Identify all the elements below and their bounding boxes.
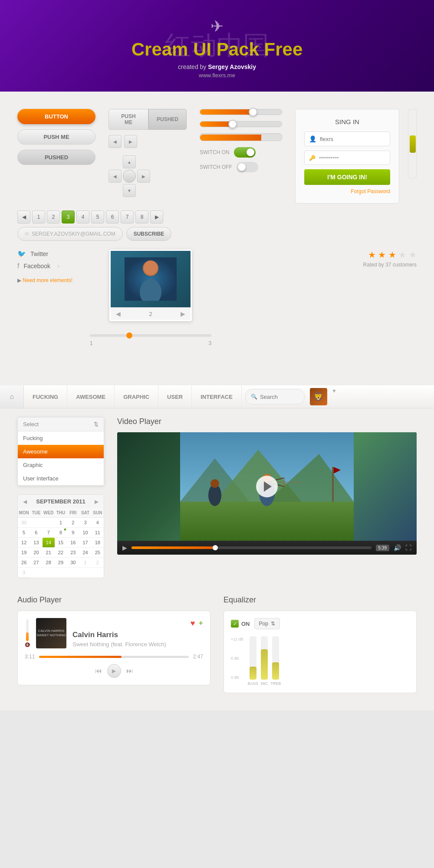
cal-day-26[interactable]: 26: [18, 558, 30, 568]
eq-bass-track[interactable]: [250, 636, 256, 680]
button-orange[interactable]: BUTTON: [17, 109, 95, 124]
password-input[interactable]: [319, 155, 385, 161]
audio-volume[interactable]: 🔇: [25, 619, 30, 647]
push-me-tab[interactable]: PUSH ME: [108, 109, 148, 130]
cal-day-17[interactable]: 17: [79, 538, 91, 548]
video-play-button[interactable]: [256, 476, 278, 497]
video-fullscreen-icon[interactable]: ⛶: [405, 544, 411, 551]
eq-mic-track[interactable]: [261, 636, 268, 680]
cal-day-30[interactable]: 30: [67, 558, 79, 568]
nav-home-button[interactable]: ⌂: [0, 385, 24, 408]
cal-day-5[interactable]: 5: [18, 528, 30, 538]
plus-icon[interactable]: +: [198, 619, 203, 628]
dropdown-item-user-interface[interactable]: User Interface: [18, 472, 104, 485]
cal-day-27[interactable]: 27: [30, 558, 42, 568]
cal-day-13[interactable]: 13: [30, 538, 42, 548]
dropdown-header[interactable]: Select ⇅: [18, 418, 104, 431]
cal-day-24[interactable]: 24: [79, 548, 91, 558]
page-6[interactable]: 6: [106, 210, 119, 224]
pushed-tab[interactable]: PUSHED: [148, 109, 187, 130]
nav-fucking[interactable]: FUCKING: [24, 385, 67, 408]
cal-day-19[interactable]: 19: [18, 548, 30, 558]
page-5[interactable]: 5: [91, 210, 104, 224]
cal-day-7[interactable]: 7: [43, 528, 55, 538]
page-8[interactable]: 8: [135, 210, 148, 224]
nav-graphic[interactable]: GRAPHIC: [115, 385, 158, 408]
carousel-next[interactable]: ▶: [181, 310, 185, 317]
username-field[interactable]: 👤: [304, 132, 390, 146]
arrow-left[interactable]: ◀: [108, 135, 122, 148]
cal-day-1-next1[interactable]: 1: [79, 558, 91, 568]
push-me-button[interactable]: PUSH ME: [17, 129, 95, 145]
carousel-prev[interactable]: ◀: [116, 310, 121, 317]
video-progress-track[interactable]: [132, 546, 372, 549]
cal-day-12[interactable]: 12: [18, 538, 30, 548]
video-play-ctrl[interactable]: ▶: [122, 544, 127, 551]
audio-next-btn[interactable]: ⏭: [126, 667, 133, 675]
cal-day-3-next[interactable]: 3: [18, 568, 30, 578]
page-4[interactable]: 4: [76, 210, 89, 224]
cal-day-23[interactable]: 23: [67, 548, 79, 558]
cal-day-2[interactable]: 2: [67, 518, 79, 528]
switch-off-toggle[interactable]: [237, 162, 258, 172]
page-1[interactable]: 1: [32, 210, 45, 224]
dpad-down[interactable]: ▼: [123, 184, 136, 197]
dpad-left[interactable]: ◀: [108, 170, 122, 183]
cal-day-22[interactable]: 22: [55, 548, 67, 558]
dpad-right[interactable]: ▶: [137, 170, 150, 183]
cal-day-16[interactable]: 16: [67, 538, 79, 548]
video-volume-icon[interactable]: 🔊: [394, 544, 401, 551]
cal-day-29[interactable]: 29: [55, 558, 67, 568]
cal-day-4[interactable]: 4: [92, 518, 104, 528]
audio-play-btn[interactable]: ▶: [107, 664, 121, 678]
dropdown-item-fucking[interactable]: Fucking: [18, 431, 104, 445]
slider-1[interactable]: [200, 109, 282, 115]
slider-2[interactable]: [200, 121, 282, 127]
dropdown-item-awesome[interactable]: Awesome: [18, 445, 104, 458]
nav-search-box[interactable]: 🔍: [245, 389, 305, 404]
scrollbar-thumb[interactable]: [410, 135, 416, 153]
slider-1-thumb[interactable]: [249, 108, 257, 116]
nav-search-input[interactable]: [260, 394, 299, 400]
cal-prev-btn[interactable]: ◀: [23, 499, 27, 505]
need-more-link[interactable]: Need more elements!: [23, 277, 72, 283]
eq-on-toggle[interactable]: ✓ ON: [231, 620, 250, 628]
nav-interface[interactable]: INTERFACE: [192, 385, 242, 408]
cal-day-15[interactable]: 15: [55, 538, 67, 548]
cal-day-18[interactable]: 18: [92, 538, 104, 548]
cal-next-btn[interactable]: ▶: [95, 499, 99, 505]
cal-day-11[interactable]: 11: [92, 528, 104, 538]
forgot-password-link[interactable]: Forgot Password: [304, 188, 390, 194]
cal-day-25[interactable]: 25: [92, 548, 104, 558]
cal-day-8[interactable]: 8: [55, 528, 67, 538]
subscribe-button[interactable]: SUBSCRIBE: [126, 227, 172, 241]
switch-on-toggle[interactable]: [234, 147, 256, 158]
slider-2-thumb[interactable]: [228, 120, 237, 128]
page-2[interactable]: 2: [47, 210, 60, 224]
email-input-field[interactable]: ✉ SERGEY.AZOVSKIY@GMAIL.COM: [17, 227, 123, 241]
twitter-link[interactable]: 🐦 Twitter: [17, 250, 72, 258]
nav-user[interactable]: USER: [158, 385, 192, 408]
audio-prev-btn[interactable]: ⏮: [95, 667, 102, 675]
cal-day-9[interactable]: 9: [67, 528, 79, 538]
password-field[interactable]: 🔑: [304, 151, 390, 165]
cal-day-28[interactable]: 28: [43, 558, 55, 568]
cal-day-6[interactable]: 6: [30, 528, 42, 538]
cal-day-21[interactable]: 21: [43, 548, 55, 558]
facebook-link[interactable]: f Facebook ›: [17, 262, 72, 270]
cal-day-2-next[interactable]: 2: [92, 558, 104, 568]
audio-progress-track[interactable]: [39, 656, 188, 658]
dropdown-item-graphic[interactable]: Graphic: [18, 458, 104, 472]
nav-awesome[interactable]: AWESOME: [67, 385, 115, 408]
nav-dropdown-arrow[interactable]: ▼: [329, 385, 339, 408]
pushed-button[interactable]: PUSHED: [17, 150, 95, 165]
mute-icon[interactable]: 🔇: [25, 642, 30, 647]
page-next[interactable]: ▶: [150, 210, 163, 224]
eq-preset-dropdown[interactable]: Pop ⇅: [254, 618, 280, 629]
page-3-active[interactable]: 3: [62, 210, 75, 224]
cal-day-1[interactable]: 1: [55, 518, 67, 528]
cal-day-14-today[interactable]: 14: [43, 538, 55, 548]
slider-3[interactable]: [200, 133, 282, 141]
cal-day-10[interactable]: 10: [79, 528, 91, 538]
arrow-right[interactable]: ▶: [124, 135, 137, 148]
